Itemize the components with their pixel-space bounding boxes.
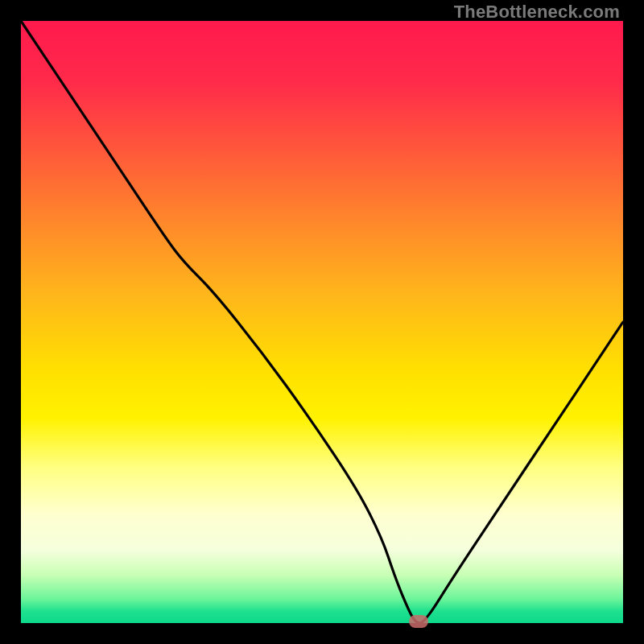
chart-container: TheBottleneck.com <box>0 0 644 644</box>
optimal-marker <box>409 615 428 628</box>
watermark-text: TheBottleneck.com <box>454 3 620 21</box>
bottleneck-curve <box>21 21 623 623</box>
